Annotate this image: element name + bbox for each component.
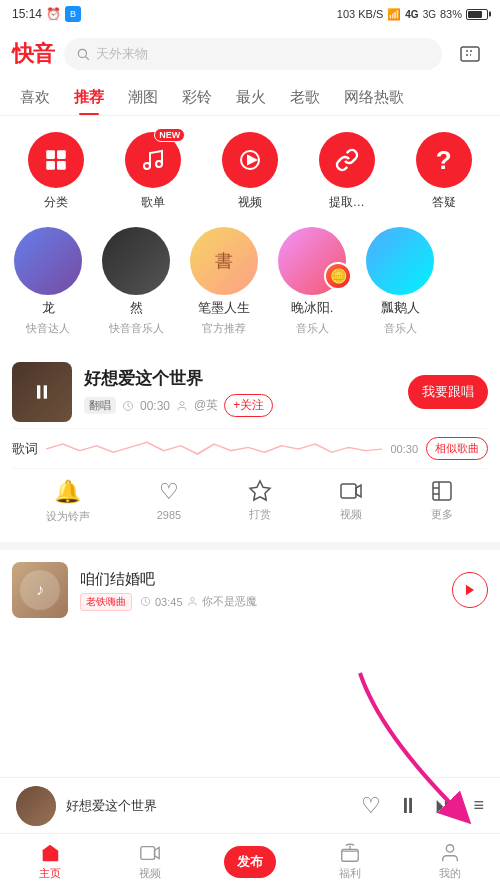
- playlist-icon-circle: NEW: [125, 132, 181, 188]
- tip-icon: [248, 479, 272, 503]
- nav-video-label: 视频: [139, 866, 161, 881]
- search-bar[interactable]: 天外来物: [64, 38, 442, 70]
- np-pause-button[interactable]: ⏸: [397, 793, 419, 819]
- quick-access-grid: 分类 NEW 歌单 视频 提取… ? 答疑: [0, 116, 500, 219]
- video-action-icon: [339, 479, 363, 503]
- action-more[interactable]: 更多: [430, 479, 454, 524]
- action-tip[interactable]: 打赏: [248, 479, 272, 524]
- svg-point-21: [190, 597, 194, 601]
- action-video[interactable]: 视频: [339, 479, 363, 524]
- artist-avatar-4: [366, 227, 434, 295]
- featured-song-title: 好想爱这个世界: [84, 367, 396, 390]
- song-list-info: 咱们结婚吧 老铁嗨曲 03:45 你不是恶魔: [80, 570, 440, 611]
- featured-song-info: 好想爱这个世界 翻唱 00:30 @英 +关注: [84, 367, 396, 417]
- grid-item-category[interactable]: 分类: [28, 132, 84, 211]
- pause-icon: [32, 382, 52, 402]
- action-ringtone-label: 设为铃声: [46, 509, 90, 524]
- artist-tag-0: 快音达人: [26, 321, 70, 336]
- song-list-cover: ♪: [12, 562, 68, 618]
- tab-trendy[interactable]: 潮图: [116, 80, 170, 115]
- song-list-item[interactable]: ♪ 咱们结婚吧 老铁嗨曲 03:45 你不是恶魔: [0, 550, 500, 630]
- action-video-label: 视频: [340, 507, 362, 522]
- waveform: [46, 439, 382, 459]
- nav-home-label: 主页: [39, 866, 61, 881]
- bell-icon: 🔔: [54, 479, 81, 505]
- nav-item-video[interactable]: 视频: [100, 842, 200, 881]
- action-ringtone[interactable]: 🔔 设为铃声: [46, 479, 90, 524]
- tab-likes[interactable]: 喜欢: [8, 80, 62, 115]
- extract-label: 提取…: [329, 194, 365, 211]
- action-like-count: 2985: [157, 509, 181, 521]
- lyrics-label: 歌词: [12, 440, 38, 458]
- svg-point-0: [78, 49, 86, 57]
- nav-item-publish[interactable]: 发布: [200, 846, 300, 878]
- grid-item-video[interactable]: 视频: [222, 132, 278, 211]
- category-icon: [43, 147, 69, 173]
- np-next-button[interactable]: ⏭: [435, 793, 457, 819]
- grid-item-extract[interactable]: 提取…: [319, 132, 375, 211]
- svg-rect-8: [57, 161, 66, 170]
- np-playlist-button[interactable]: ≡: [473, 795, 484, 816]
- video-label: 视频: [238, 194, 262, 211]
- song-list-play-button[interactable]: [452, 572, 488, 608]
- clock-small-icon: [140, 596, 151, 607]
- artist-item-1[interactable]: 然 快音音乐人: [100, 227, 172, 336]
- action-more-label: 更多: [431, 507, 453, 522]
- svg-rect-14: [44, 385, 47, 398]
- faq-label: 答疑: [432, 194, 456, 211]
- np-heart-button[interactable]: ♡: [361, 793, 381, 819]
- artist-tag-2: 官方推荐: [202, 321, 246, 336]
- lyrics-time: 00:30: [390, 443, 418, 455]
- similar-songs-button[interactable]: 相似歌曲: [426, 437, 488, 460]
- featured-song-user: @英: [194, 397, 218, 414]
- svg-marker-18: [356, 485, 361, 497]
- svg-rect-6: [57, 150, 66, 159]
- svg-rect-19: [433, 482, 451, 500]
- wifi-icon: 📶: [387, 8, 401, 21]
- svg-point-9: [144, 163, 150, 169]
- extract-icon-circle: [319, 132, 375, 188]
- status-left: 15:14 ⏰ B: [12, 6, 81, 22]
- grid-item-playlist[interactable]: NEW 歌单: [125, 132, 181, 211]
- tab-hot[interactable]: 最火: [224, 80, 278, 115]
- svg-point-10: [156, 161, 162, 167]
- message-icon: [458, 42, 482, 66]
- tab-viral[interactable]: 网络热歌: [332, 80, 416, 115]
- status-app-icon: B: [65, 6, 81, 22]
- tab-oldies[interactable]: 老歌: [278, 80, 332, 115]
- clock-icon: [122, 400, 134, 412]
- more-icon: [430, 479, 454, 503]
- svg-point-26: [446, 845, 453, 852]
- tab-recommend[interactable]: 推荐: [62, 80, 116, 115]
- message-button[interactable]: [452, 36, 488, 72]
- grid-item-faq[interactable]: ? 答疑: [416, 132, 472, 211]
- artist-item-0[interactable]: 龙 快音达人: [12, 227, 84, 336]
- publish-button[interactable]: 发布: [224, 846, 276, 878]
- featured-song-card: 好想爱这个世界 翻唱 00:30 @英 +关注 我要跟唱 歌词 00:3: [12, 352, 488, 534]
- svg-marker-12: [248, 156, 256, 164]
- faq-icon: ?: [436, 145, 452, 176]
- featured-song-meta: 翻唱 00:30 @英 +关注: [84, 394, 396, 417]
- song-list-user: 你不是恶魔: [202, 594, 257, 609]
- nav-item-profile[interactable]: 我的: [400, 842, 500, 881]
- np-title: 好想爱这个世界: [66, 797, 351, 815]
- follow-button[interactable]: +关注: [224, 394, 273, 417]
- nav-item-welfare[interactable]: 福利: [300, 842, 400, 881]
- artist-item-4[interactable]: 瓢鹅人 音乐人: [364, 227, 436, 336]
- artist-item-2[interactable]: 書 笔墨人生 官方推荐: [188, 227, 260, 336]
- artist-item-3[interactable]: 🪙 晚冰阳. 音乐人: [276, 227, 348, 336]
- extract-icon: [335, 148, 359, 172]
- nav-item-home[interactable]: 主页: [0, 842, 100, 881]
- nav-video-icon: [139, 842, 161, 864]
- tab-ringtone[interactable]: 彩铃: [170, 80, 224, 115]
- action-tip-label: 打赏: [249, 507, 271, 522]
- action-like[interactable]: ♡ 2985: [157, 479, 181, 524]
- action-row: 🔔 设为铃声 ♡ 2985 打赏 视频 更多: [12, 469, 488, 534]
- featured-song-top: 好想爱这个世界 翻唱 00:30 @英 +关注 我要跟唱: [12, 352, 488, 428]
- top-nav: 快音 天外来物: [0, 28, 500, 80]
- song-list-meta: 老铁嗨曲 03:45 你不是恶魔: [80, 593, 440, 611]
- np-cover[interactable]: [16, 786, 56, 826]
- play-overlay[interactable]: [12, 362, 72, 422]
- sing-along-button[interactable]: 我要跟唱: [408, 375, 488, 409]
- artist-tag-1: 快音音乐人: [109, 321, 164, 336]
